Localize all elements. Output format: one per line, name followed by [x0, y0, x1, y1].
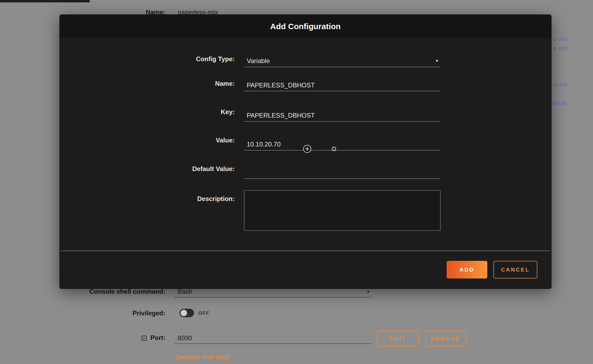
chevron-down-icon: ▼ [435, 59, 439, 63]
edit-port-button[interactable]: EDIT [377, 331, 419, 347]
modal-title: Add Configuration [270, 22, 341, 31]
toggle-knob-icon [181, 310, 187, 316]
privileged-state: OFF [198, 311, 210, 316]
name-input[interactable]: PAPERLESS_DBHOST [244, 79, 440, 91]
description-textarea[interactable] [244, 190, 440, 231]
config-type-label: Config Type: [60, 55, 235, 63]
key-value: PAPERLESS_DBHOST [247, 112, 315, 119]
config-type-select[interactable]: Variable ▼ [244, 55, 440, 67]
key-input[interactable]: PAPERLESS_DBHOST [244, 109, 440, 122]
default-value-input[interactable] [244, 166, 440, 179]
value-label: Value: [60, 137, 235, 144]
privileged-label: Privileged: [107, 309, 165, 317]
console-shell-label: Console shell command: [67, 288, 165, 295]
container-port-note: Container Port: 8000 [175, 354, 230, 361]
console-shell-value: Bash [178, 288, 192, 295]
cancel-button[interactable]: CANCEL [493, 261, 537, 278]
config-type-value: Variable [247, 57, 270, 65]
help-link-fragment[interactable]: u can [553, 35, 567, 42]
value-input[interactable]: 10.10.20.70 [244, 138, 440, 150]
port-input[interactable]: 8000 [174, 333, 372, 344]
remove-port-button[interactable]: REMOVE [425, 331, 466, 347]
mouse-cursor-icon [303, 145, 311, 153]
default-value-label: Default Value: [60, 165, 235, 173]
help-link-fragment[interactable]: g and [553, 45, 568, 52]
cursor-dot-icon [332, 147, 336, 151]
port-label: Port: [134, 334, 165, 342]
container-edit-screen: Name: paperless-ngx u can g and st the n… [0, 0, 593, 364]
help-link-fragment[interactable]: nsole. [553, 100, 569, 107]
window-edge [0, 0, 90, 2]
privileged-toggle[interactable] [180, 309, 194, 317]
modal-header: Add Configuration [60, 15, 551, 38]
value-value: 10.10.20.70 [247, 141, 281, 148]
name-label: Name: [60, 80, 235, 87]
footer-divider [61, 251, 550, 251]
help-link-fragment[interactable]: st the [553, 81, 567, 88]
description-label: Description: [60, 195, 235, 203]
add-button[interactable]: ADD [447, 261, 487, 278]
port-value: 8000 [178, 334, 192, 342]
name-value: PAPERLESS_DBHOST [247, 82, 315, 89]
chevron-down-icon: ▼ [366, 289, 370, 294]
key-label: Key: [60, 108, 235, 116]
